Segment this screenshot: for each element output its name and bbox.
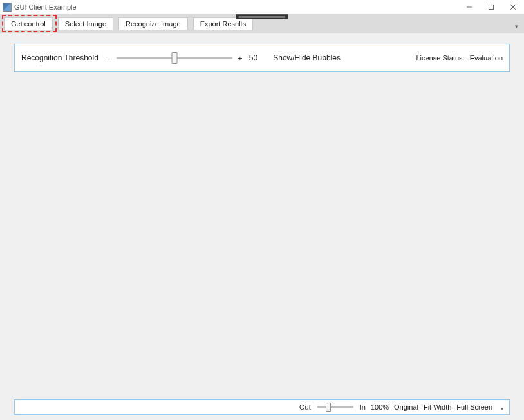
zoom-original-button[interactable]: Original bbox=[394, 403, 418, 411]
toolbar-overflow-icon[interactable]: ▾ bbox=[512, 18, 520, 30]
content-area: Recognition Threshold - + 50 Show/Hide B… bbox=[0, 33, 524, 420]
minimize-button[interactable] bbox=[458, 0, 480, 14]
window-titlebar: GUI Client Example bbox=[0, 0, 524, 14]
maximize-button[interactable] bbox=[480, 0, 502, 14]
toolbar: Get control Select Image Recognize Image… bbox=[0, 14, 524, 33]
window-title: GUI Client Example bbox=[14, 3, 77, 11]
zoom-percent: 100% bbox=[371, 403, 389, 411]
threshold-label: Recognition Threshold bbox=[21, 53, 98, 62]
close-button[interactable] bbox=[502, 0, 524, 14]
slider-track bbox=[317, 406, 353, 408]
zoom-full-screen-button[interactable]: Full Screen bbox=[456, 403, 492, 411]
recognize-image-button[interactable]: Recognize Image bbox=[118, 17, 188, 30]
svg-rect-1 bbox=[489, 5, 494, 9]
workspace bbox=[14, 72, 510, 399]
toggle-bubbles-button[interactable]: Show/Hide Bubbles bbox=[273, 53, 341, 62]
threshold-increment-button[interactable]: + bbox=[236, 53, 244, 63]
select-image-button[interactable]: Select Image bbox=[58, 17, 113, 30]
license-value: Evaluation bbox=[470, 54, 503, 62]
get-control-button[interactable]: Get control bbox=[4, 17, 53, 30]
slider-thumb[interactable] bbox=[171, 52, 177, 64]
threshold-value: 50 bbox=[249, 53, 257, 62]
threshold-decrement-button[interactable]: - bbox=[105, 53, 113, 63]
zoom-fit-width-button[interactable]: Fit Width bbox=[424, 403, 451, 411]
export-results-button[interactable]: Export Results bbox=[193, 17, 254, 30]
toolbar-grip-icon bbox=[236, 14, 288, 19]
zoom-slider[interactable] bbox=[317, 402, 353, 412]
license-status: License Status: Evaluation bbox=[416, 54, 503, 62]
window-controls bbox=[458, 0, 524, 14]
zoom-panel: Out In 100% Original Fit Width Full Scre… bbox=[14, 399, 510, 415]
zoom-in-button[interactable]: In bbox=[360, 403, 366, 411]
threshold-slider[interactable] bbox=[117, 52, 232, 64]
zoom-out-button[interactable]: Out bbox=[299, 403, 311, 411]
threshold-panel: Recognition Threshold - + 50 Show/Hide B… bbox=[14, 44, 510, 72]
slider-thumb[interactable] bbox=[326, 403, 331, 412]
license-label: License Status: bbox=[416, 54, 464, 62]
zoom-overflow-icon[interactable]: ▾ bbox=[499, 403, 505, 412]
app-icon bbox=[3, 3, 12, 12]
